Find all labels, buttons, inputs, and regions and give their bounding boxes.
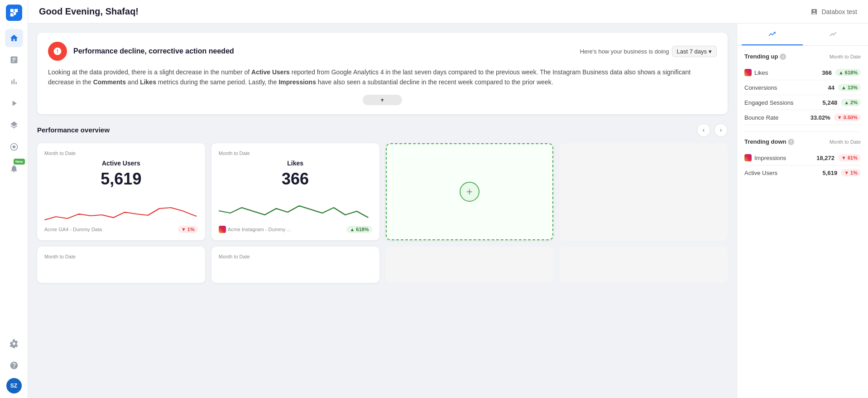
workspace-name: Databox test bbox=[821, 8, 857, 15]
card-source-likes: Acme Instagram - Dummy ... bbox=[219, 226, 291, 233]
bottom-cards: Month to Date Month to Date bbox=[37, 247, 728, 283]
logo[interactable] bbox=[6, 5, 22, 21]
sidebar-item-charts[interactable] bbox=[5, 73, 23, 91]
card-metric-name-likes: Likes bbox=[219, 160, 372, 167]
trend-label-active-users: Active Users bbox=[744, 170, 777, 176]
alert-header: Performance decline, corrective action n… bbox=[48, 42, 717, 61]
tab-trending[interactable] bbox=[742, 24, 803, 45]
bottom-card-period-2: Month to Date bbox=[219, 254, 372, 259]
sidebar-item-home[interactable] bbox=[5, 29, 23, 47]
nav-arrows: ‹ › bbox=[697, 123, 728, 137]
alert-icon bbox=[48, 42, 67, 61]
trend-row-engaged: Engaged Sessions 5,248 ▲ 2% bbox=[744, 95, 861, 110]
card-footer-likes: Acme Instagram - Dummy ... ▲ 618% bbox=[219, 226, 372, 233]
sidebar-item-settings[interactable] bbox=[5, 335, 23, 353]
trend-row-conversions: Conversions 44 ▲ 13% bbox=[744, 80, 861, 95]
bottom-card-1: Month to Date bbox=[37, 247, 205, 283]
badge-down: ▼ 1% bbox=[178, 226, 198, 233]
ghost-card bbox=[560, 143, 728, 240]
dashboard-main: Performance decline, corrective action n… bbox=[28, 24, 737, 398]
trend-label-conversions: Conversions bbox=[744, 84, 777, 91]
workspace-icon bbox=[810, 8, 818, 15]
header: Good Evening, Shafaq! Databox test bbox=[28, 0, 868, 24]
alert-expand: ▾ bbox=[48, 95, 717, 105]
trend-row-impressions: Impressions 18,272 ▼ 61% bbox=[744, 150, 861, 165]
trending-icon bbox=[768, 30, 776, 38]
badge-up-likes: ▲ 618% bbox=[346, 226, 372, 233]
trending-down-title: Trending down i bbox=[744, 138, 794, 145]
bottom-card-2: Month to Date bbox=[211, 247, 379, 283]
trend-badge-active-users: ▼ 1% bbox=[841, 169, 861, 176]
bottom-ghost-1 bbox=[386, 247, 554, 283]
trend-value-impressions: 18,272 bbox=[816, 155, 834, 161]
panel-divider bbox=[744, 131, 861, 132]
main-content: Good Evening, Shafaq! Databox test Perfo… bbox=[28, 0, 868, 398]
sidebar-item-numbers[interactable] bbox=[5, 51, 23, 69]
alert-period: Here's how your business is doing Last 7… bbox=[580, 46, 717, 57]
trend-value-likes: 366 bbox=[822, 69, 832, 76]
panel-body: Trending up i Month to Date Likes 366 ▲ … bbox=[737, 46, 868, 187]
sidebar-item-play[interactable] bbox=[5, 94, 23, 112]
sidebar: New SZ bbox=[0, 0, 28, 398]
tab-activity[interactable] bbox=[803, 24, 864, 45]
instagram-icon bbox=[219, 226, 226, 233]
alert-period-btn[interactable]: Last 7 days ▾ bbox=[672, 46, 717, 57]
card-metric-name: Active Users bbox=[44, 160, 198, 167]
prev-arrow[interactable]: ‹ bbox=[697, 123, 710, 137]
expand-button[interactable]: ▾ bbox=[363, 95, 402, 105]
section-title: Performance overview bbox=[37, 126, 110, 134]
add-plus-button[interactable]: + bbox=[460, 182, 480, 202]
bottom-card-period-1: Month to Date bbox=[44, 254, 198, 259]
add-metric-card[interactable]: + bbox=[386, 143, 554, 240]
trend-value-conversions: 44 bbox=[828, 84, 834, 91]
panel-tabs bbox=[737, 24, 868, 46]
trend-badge-conversions: ▲ 13% bbox=[838, 84, 861, 91]
trend-row-active-users: Active Users 5,619 ▼ 1% bbox=[744, 165, 861, 180]
trending-up-title: Trending up i bbox=[744, 53, 786, 60]
card-value: 5,619 bbox=[44, 170, 198, 189]
trend-badge-likes: ▲ 618% bbox=[835, 69, 861, 76]
workspace-info: Databox test bbox=[810, 8, 857, 15]
alert-title: Performance decline, corrective action n… bbox=[73, 47, 234, 55]
sparkline-likes bbox=[219, 195, 372, 222]
card-source: Acme GA4 - Dummy Data bbox=[44, 227, 102, 232]
alert-period-label: Here's how your business is doing bbox=[580, 48, 669, 55]
trending-up-header: Trending up i Month to Date bbox=[744, 53, 861, 60]
card-period: Month to Date bbox=[44, 150, 198, 156]
user-avatar[interactable]: SZ bbox=[6, 378, 22, 393]
period-value: Last 7 days bbox=[677, 48, 707, 55]
insta-icon-likes bbox=[744, 69, 752, 76]
card-period-likes: Month to Date bbox=[219, 150, 372, 156]
trend-badge-bounce: ▼ 0.50% bbox=[834, 114, 861, 121]
page-title: Good Evening, Shafaq! bbox=[39, 6, 139, 17]
trending-up-period: Month to Date bbox=[830, 54, 861, 59]
sidebar-item-help[interactable] bbox=[5, 356, 23, 374]
alert-title-group: Performance decline, corrective action n… bbox=[48, 42, 234, 61]
card-value-likes: 366 bbox=[219, 170, 372, 189]
chevron-down-icon: ▾ bbox=[709, 48, 712, 55]
new-badge: New bbox=[14, 159, 24, 165]
trend-value-bounce: 33.02% bbox=[810, 114, 830, 121]
cards-grid: Month to Date Active Users 5,619 Acme GA… bbox=[37, 143, 728, 240]
trend-value-engaged: 5,248 bbox=[823, 99, 838, 106]
insta-icon-impressions bbox=[744, 154, 752, 161]
sidebar-item-target[interactable] bbox=[5, 138, 23, 156]
trending-down-header: Trending down i Month to Date bbox=[744, 138, 861, 145]
bottom-ghost-2 bbox=[560, 247, 728, 283]
card-footer: Acme GA4 - Dummy Data ▼ 1% bbox=[44, 226, 198, 233]
info-icon: i bbox=[780, 53, 786, 60]
trend-badge-engaged: ▲ 2% bbox=[841, 99, 861, 106]
trend-value-active-users: 5,619 bbox=[823, 170, 838, 176]
metric-card-active-users: Month to Date Active Users 5,619 Acme GA… bbox=[37, 143, 205, 240]
body-area: Performance decline, corrective action n… bbox=[28, 24, 868, 398]
trend-badge-impressions: ▼ 61% bbox=[838, 154, 861, 161]
sidebar-item-layers[interactable] bbox=[5, 116, 23, 134]
trending-down-period: Month to Date bbox=[830, 139, 861, 145]
trend-label-engaged: Engaged Sessions bbox=[744, 99, 793, 106]
activity-icon bbox=[829, 30, 837, 38]
alert-card: Performance decline, corrective action n… bbox=[37, 33, 728, 114]
sparkline-active-users bbox=[44, 195, 198, 222]
svg-line-0 bbox=[194, 215, 197, 217]
next-arrow[interactable]: › bbox=[714, 123, 728, 137]
sidebar-item-bell[interactable]: New bbox=[5, 160, 23, 178]
